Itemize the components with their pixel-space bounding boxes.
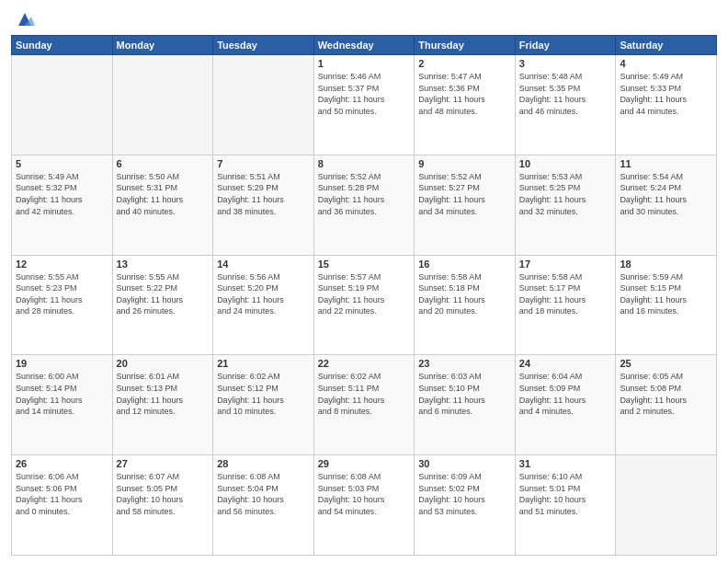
calendar-cell: 13Sunrise: 5:55 AM Sunset: 5:22 PM Dayli… — [112, 255, 213, 355]
day-number: 13 — [117, 259, 210, 270]
calendar-cell: 17Sunrise: 5:58 AM Sunset: 5:17 PM Dayli… — [515, 255, 616, 355]
calendar-cell: 10Sunrise: 5:53 AM Sunset: 5:25 PM Dayli… — [515, 155, 616, 255]
day-number: 15 — [318, 259, 411, 270]
day-number: 9 — [418, 158, 511, 169]
calendar-cell: 14Sunrise: 5:56 AM Sunset: 5:20 PM Dayli… — [213, 255, 314, 355]
calendar-cell: 19Sunrise: 6:00 AM Sunset: 5:14 PM Dayli… — [12, 355, 113, 455]
day-number: 29 — [318, 458, 411, 469]
day-info: Sunrise: 5:53 AM Sunset: 5:25 PM Dayligh… — [519, 171, 612, 217]
day-info: Sunrise: 5:54 AM Sunset: 5:24 PM Dayligh… — [620, 171, 712, 217]
calendar-table: SundayMondayTuesdayWednesdayThursdayFrid… — [11, 35, 717, 556]
day-number: 16 — [418, 259, 511, 270]
day-info: Sunrise: 5:46 AM Sunset: 5:37 PM Dayligh… — [318, 71, 411, 117]
day-number: 5 — [16, 158, 108, 169]
calendar-cell: 28Sunrise: 6:08 AM Sunset: 5:04 PM Dayli… — [213, 455, 314, 556]
day-info: Sunrise: 6:07 AM Sunset: 5:05 PM Dayligh… — [117, 471, 210, 517]
day-info: Sunrise: 5:56 AM Sunset: 5:20 PM Dayligh… — [217, 271, 310, 317]
day-number: 31 — [519, 458, 612, 469]
calendar-cell: 25Sunrise: 6:05 AM Sunset: 5:08 PM Dayli… — [616, 355, 717, 455]
calendar-cell: 30Sunrise: 6:09 AM Sunset: 5:02 PM Dayli… — [415, 455, 516, 556]
day-info: Sunrise: 6:10 AM Sunset: 5:01 PM Dayligh… — [519, 471, 612, 517]
calendar-cell: 21Sunrise: 6:02 AM Sunset: 5:12 PM Dayli… — [213, 355, 314, 455]
calendar-cell — [112, 55, 213, 155]
weekday-header-saturday: Saturday — [616, 36, 717, 55]
calendar-cell: 7Sunrise: 5:51 AM Sunset: 5:29 PM Daylig… — [213, 155, 314, 255]
day-info: Sunrise: 6:03 AM Sunset: 5:10 PM Dayligh… — [418, 371, 511, 417]
weekday-header-friday: Friday — [515, 36, 616, 55]
day-number: 22 — [318, 358, 411, 369]
calendar-cell: 22Sunrise: 6:02 AM Sunset: 5:11 PM Dayli… — [313, 355, 415, 455]
calendar-cell: 5Sunrise: 5:49 AM Sunset: 5:32 PM Daylig… — [12, 155, 113, 255]
day-number: 26 — [16, 458, 108, 469]
calendar-cell — [12, 55, 113, 155]
day-number: 3 — [519, 58, 612, 69]
day-number: 8 — [318, 158, 411, 169]
day-info: Sunrise: 5:55 AM Sunset: 5:23 PM Dayligh… — [16, 271, 108, 317]
calendar-week-4: 19Sunrise: 6:00 AM Sunset: 5:14 PM Dayli… — [12, 355, 717, 455]
day-info: Sunrise: 6:02 AM Sunset: 5:11 PM Dayligh… — [318, 371, 411, 417]
day-info: Sunrise: 6:08 AM Sunset: 5:03 PM Dayligh… — [318, 471, 411, 517]
day-info: Sunrise: 5:48 AM Sunset: 5:35 PM Dayligh… — [519, 71, 612, 117]
calendar-cell: 23Sunrise: 6:03 AM Sunset: 5:10 PM Dayli… — [415, 355, 516, 455]
calendar-cell: 26Sunrise: 6:06 AM Sunset: 5:06 PM Dayli… — [12, 455, 113, 556]
page: SundayMondayTuesdayWednesdayThursdayFrid… — [0, 0, 728, 563]
day-info: Sunrise: 5:51 AM Sunset: 5:29 PM Dayligh… — [217, 171, 310, 217]
day-number: 20 — [117, 358, 210, 369]
calendar-cell — [616, 455, 717, 556]
day-info: Sunrise: 5:55 AM Sunset: 5:22 PM Dayligh… — [117, 271, 210, 317]
calendar-cell: 29Sunrise: 6:08 AM Sunset: 5:03 PM Dayli… — [313, 455, 415, 556]
day-number: 2 — [418, 58, 511, 69]
day-number: 1 — [318, 58, 411, 69]
day-info: Sunrise: 6:08 AM Sunset: 5:04 PM Dayligh… — [217, 471, 310, 517]
day-info: Sunrise: 5:57 AM Sunset: 5:19 PM Dayligh… — [318, 271, 411, 317]
day-info: Sunrise: 6:09 AM Sunset: 5:02 PM Dayligh… — [418, 471, 511, 517]
day-number: 12 — [16, 259, 108, 270]
weekday-header-thursday: Thursday — [415, 36, 516, 55]
logo — [11, 9, 35, 29]
calendar-cell: 20Sunrise: 6:01 AM Sunset: 5:13 PM Dayli… — [112, 355, 213, 455]
calendar-cell: 4Sunrise: 5:49 AM Sunset: 5:33 PM Daylig… — [616, 55, 717, 155]
calendar-cell: 9Sunrise: 5:52 AM Sunset: 5:27 PM Daylig… — [415, 155, 516, 255]
day-info: Sunrise: 6:00 AM Sunset: 5:14 PM Dayligh… — [16, 371, 108, 417]
day-number: 7 — [217, 158, 310, 169]
day-info: Sunrise: 5:52 AM Sunset: 5:27 PM Dayligh… — [418, 171, 511, 217]
calendar-cell: 31Sunrise: 6:10 AM Sunset: 5:01 PM Dayli… — [515, 455, 616, 556]
day-number: 21 — [217, 358, 310, 369]
day-info: Sunrise: 6:02 AM Sunset: 5:12 PM Dayligh… — [217, 371, 310, 417]
calendar-cell: 6Sunrise: 5:50 AM Sunset: 5:31 PM Daylig… — [112, 155, 213, 255]
day-info: Sunrise: 5:58 AM Sunset: 5:17 PM Dayligh… — [519, 271, 612, 317]
calendar-cell: 12Sunrise: 5:55 AM Sunset: 5:23 PM Dayli… — [12, 255, 113, 355]
day-number: 10 — [519, 158, 612, 169]
calendar-cell: 16Sunrise: 5:58 AM Sunset: 5:18 PM Dayli… — [415, 255, 516, 355]
calendar-week-1: 1Sunrise: 5:46 AM Sunset: 5:37 PM Daylig… — [12, 55, 717, 155]
day-info: Sunrise: 6:04 AM Sunset: 5:09 PM Dayligh… — [519, 371, 612, 417]
calendar-week-2: 5Sunrise: 5:49 AM Sunset: 5:32 PM Daylig… — [12, 155, 717, 255]
day-number: 19 — [16, 358, 108, 369]
day-number: 17 — [519, 259, 612, 270]
calendar-cell: 27Sunrise: 6:07 AM Sunset: 5:05 PM Dayli… — [112, 455, 213, 556]
header — [11, 9, 717, 29]
weekday-header-monday: Monday — [112, 36, 213, 55]
day-number: 4 — [620, 58, 712, 69]
day-number: 23 — [418, 358, 511, 369]
day-number: 30 — [418, 458, 511, 469]
weekday-header-tuesday: Tuesday — [213, 36, 314, 55]
day-number: 28 — [217, 458, 310, 469]
day-info: Sunrise: 5:52 AM Sunset: 5:28 PM Dayligh… — [318, 171, 411, 217]
day-number: 27 — [117, 458, 210, 469]
calendar-cell: 15Sunrise: 5:57 AM Sunset: 5:19 PM Dayli… — [313, 255, 415, 355]
calendar-cell: 2Sunrise: 5:47 AM Sunset: 5:36 PM Daylig… — [415, 55, 516, 155]
day-info: Sunrise: 5:49 AM Sunset: 5:32 PM Dayligh… — [16, 171, 108, 217]
day-number: 18 — [620, 259, 712, 270]
calendar-week-5: 26Sunrise: 6:06 AM Sunset: 5:06 PM Dayli… — [12, 455, 717, 556]
calendar-cell: 11Sunrise: 5:54 AM Sunset: 5:24 PM Dayli… — [616, 155, 717, 255]
weekday-header-row: SundayMondayTuesdayWednesdayThursdayFrid… — [12, 36, 717, 55]
day-info: Sunrise: 5:59 AM Sunset: 5:15 PM Dayligh… — [620, 271, 712, 317]
day-number: 24 — [519, 358, 612, 369]
day-info: Sunrise: 6:06 AM Sunset: 5:06 PM Dayligh… — [16, 471, 108, 517]
weekday-header-sunday: Sunday — [12, 36, 113, 55]
day-info: Sunrise: 5:47 AM Sunset: 5:36 PM Dayligh… — [418, 71, 511, 117]
day-info: Sunrise: 5:50 AM Sunset: 5:31 PM Dayligh… — [117, 171, 210, 217]
calendar-cell: 3Sunrise: 5:48 AM Sunset: 5:35 PM Daylig… — [515, 55, 616, 155]
calendar-week-3: 12Sunrise: 5:55 AM Sunset: 5:23 PM Dayli… — [12, 255, 717, 355]
